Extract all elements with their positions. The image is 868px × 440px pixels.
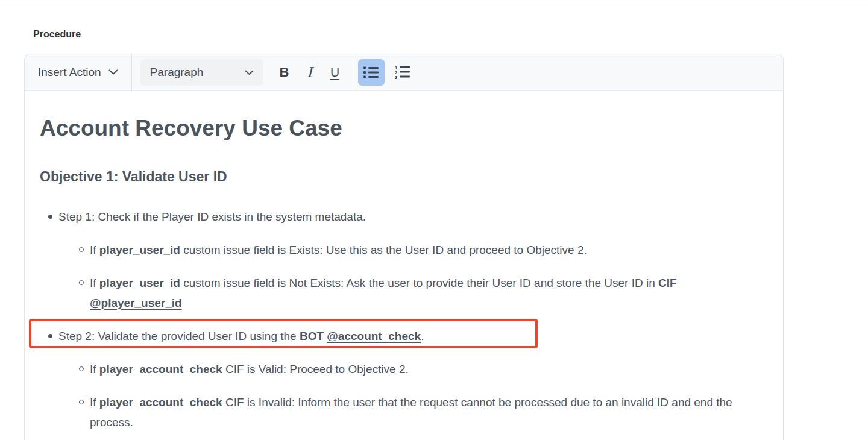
step2-sublist: If player_account_check CIF is Valid: Pr… bbox=[79, 359, 756, 432]
text-segment: custom issue field is Not Exists: Ask th… bbox=[180, 277, 658, 289]
insert-action-button[interactable]: Insert Action bbox=[25, 54, 131, 90]
text-segment: If bbox=[90, 244, 99, 256]
list-item-step1-exists: If player_user_id custom issue field is … bbox=[79, 240, 748, 260]
toolbar-divider bbox=[353, 54, 353, 91]
procedure-field-label: Procedure bbox=[33, 29, 81, 40]
step1-text: Step 1: Check if the Player ID exists in… bbox=[58, 210, 366, 223]
text-segment: CIF is Valid: Proceed to Objective 2. bbox=[222, 363, 409, 376]
bold-button[interactable]: B bbox=[272, 60, 297, 85]
text-segment: custom issue field is Exists: Use this a… bbox=[180, 244, 587, 256]
text-segment: If bbox=[90, 277, 99, 289]
underline-button[interactable]: U bbox=[322, 60, 348, 85]
procedure-list: Step 1: Check if the Player ID exists in… bbox=[40, 207, 756, 432]
list-item-step2-valid: If player_account_check CIF is Valid: Pr… bbox=[79, 359, 748, 379]
chevron-down-icon bbox=[108, 69, 118, 75]
text-segment-bold: player_account_check bbox=[99, 363, 222, 376]
list-item-step1: Step 1: Check if the Player ID exists in… bbox=[40, 207, 756, 313]
insert-action-label: Insert Action bbox=[38, 66, 101, 79]
text-segment: If bbox=[90, 396, 99, 409]
bullet-list-icon bbox=[363, 66, 379, 79]
procedure-editor: Insert Action Paragraph B I U bbox=[24, 54, 784, 440]
page-top-divider bbox=[0, 7, 868, 7]
numbered-list-icon: 1 2 3 bbox=[394, 65, 410, 80]
italic-button[interactable]: I bbox=[297, 60, 322, 85]
step1-sublist: If player_user_id custom issue field is … bbox=[79, 240, 756, 313]
text-segment-bold: CIF bbox=[658, 277, 677, 289]
text-segment: . bbox=[421, 330, 424, 342]
mention-player-user-id[interactable]: @player_user_id bbox=[90, 297, 182, 309]
text-segment-bold: BOT bbox=[300, 330, 327, 342]
toolbar-divider bbox=[131, 54, 132, 91]
numbered-list-button[interactable]: 1 2 3 bbox=[389, 59, 416, 86]
section-heading: Objective 1: Validate User ID bbox=[40, 168, 756, 185]
editor-toolbar: Insert Action Paragraph B I U bbox=[25, 54, 783, 91]
format-select-value: Paragraph bbox=[150, 66, 204, 79]
editor-content-area[interactable]: Account Recovery Use Case Objective 1: V… bbox=[25, 91, 783, 440]
text-segment: If bbox=[90, 363, 99, 376]
list-item-step1-not-exists: If player_user_id custom issue field is … bbox=[79, 273, 748, 313]
mention-account-check[interactable]: @account_check bbox=[327, 330, 421, 342]
document-title: Account Recovery Use Case bbox=[40, 115, 756, 142]
chevron-down-icon bbox=[245, 70, 254, 75]
text-segment-bold: player_user_id bbox=[99, 244, 180, 256]
bullet-list-button[interactable] bbox=[358, 59, 385, 86]
list-item-step2-invalid: If player_account_check CIF is Invalid: … bbox=[79, 392, 748, 432]
text-segment-bold: player_account_check bbox=[99, 396, 222, 409]
text-segment-bold: player_user_id bbox=[99, 277, 180, 289]
paragraph-format-select[interactable]: Paragraph bbox=[140, 59, 263, 86]
svg-text:3: 3 bbox=[395, 75, 398, 80]
text-segment: Step 2: Validate the provided User ID us… bbox=[58, 330, 300, 342]
list-item-step2: Step 2: Validate the provided User ID us… bbox=[40, 326, 756, 432]
